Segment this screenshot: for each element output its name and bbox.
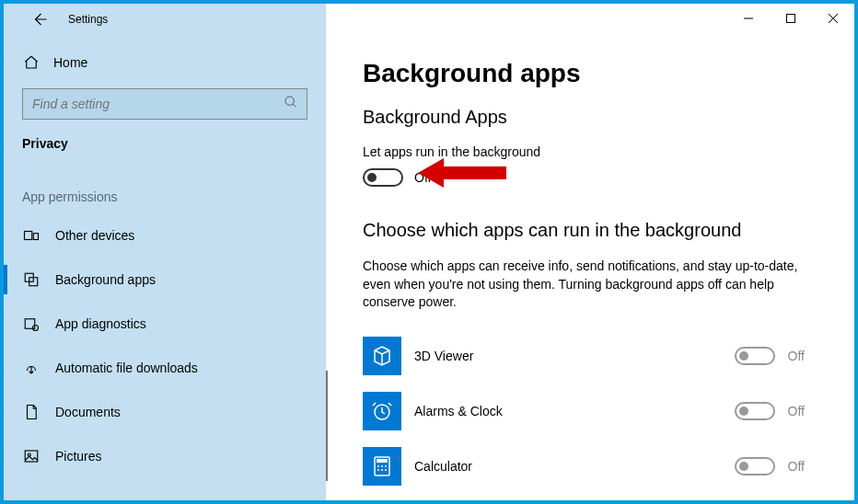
search-container: [22, 88, 307, 120]
3d-viewer-icon: [363, 337, 401, 375]
sidebar-item-label: Automatic file downloads: [55, 361, 198, 375]
section-title: Background Apps: [363, 107, 817, 128]
svg-point-23: [385, 469, 387, 471]
sidebar-item-label: Documents: [55, 405, 121, 419]
app-name: Calculator: [414, 459, 722, 474]
svg-rect-12: [25, 451, 38, 462]
svg-rect-17: [377, 459, 388, 463]
sidebar-item-label: App diagnostics: [55, 316, 146, 331]
svg-rect-7: [33, 234, 38, 240]
svg-point-11: [33, 326, 39, 331]
app-toggle[interactable]: [735, 402, 775, 420]
sidebar: Home Privacy App permissions Other devic…: [4, 35, 326, 500]
app-diagnostics-icon: [22, 315, 41, 332]
app-name: 3D Viewer: [414, 349, 722, 363]
app-toggle[interactable]: [735, 457, 775, 475]
sidebar-category: Privacy: [4, 132, 326, 171]
master-toggle-row: Off: [363, 168, 817, 187]
background-apps-icon: [22, 271, 41, 288]
apps-section-desc: Choose which apps can receive info, send…: [363, 258, 805, 312]
sidebar-item-other-devices[interactable]: Other devices: [4, 213, 326, 258]
search-input[interactable]: [22, 88, 307, 120]
picture-icon: [22, 448, 41, 464]
maximize-button[interactable]: [770, 4, 812, 33]
app-toggle-state: Off: [788, 404, 805, 418]
app-toggle[interactable]: [735, 347, 775, 365]
sidebar-item-label: Other devices: [55, 228, 134, 243]
titlebar: Settings: [4, 4, 854, 35]
sidebar-item-label: Pictures: [55, 449, 102, 464]
other-devices-icon: [22, 227, 41, 244]
sidebar-item-pictures[interactable]: Pictures: [4, 434, 326, 478]
svg-point-19: [381, 465, 383, 467]
app-toggle-state: Off: [788, 459, 805, 474]
home-icon: [22, 54, 41, 71]
download-icon: [22, 360, 41, 376]
apps-section-title: Choose which apps can run in the backgro…: [363, 220, 817, 241]
svg-point-21: [377, 469, 379, 471]
sidebar-item-label: Background apps: [55, 272, 156, 287]
group-label: App permissions: [4, 171, 326, 213]
annotation-arrow: [418, 155, 510, 191]
scrollbar-hint[interactable]: [326, 371, 328, 481]
app-row: Alarms & Clock Off: [363, 387, 805, 435]
master-toggle[interactable]: [363, 168, 403, 187]
calculator-icon: [363, 447, 401, 486]
sidebar-item-auto-downloads[interactable]: Automatic file downloads: [4, 346, 326, 390]
svg-point-22: [381, 469, 383, 471]
search-icon: [284, 95, 298, 113]
sidebar-item-app-diagnostics[interactable]: App diagnostics: [4, 302, 326, 346]
app-toggle-state: Off: [788, 349, 805, 363]
alarms-clock-icon: [363, 392, 401, 430]
settings-window: Settings Home: [4, 4, 854, 500]
sidebar-item-background-apps[interactable]: Background apps: [4, 258, 326, 302]
main-panel: Background apps Background Apps Let apps…: [326, 35, 854, 500]
minimize-button[interactable]: [727, 4, 770, 33]
svg-point-4: [285, 97, 294, 105]
document-icon: [22, 404, 41, 420]
svg-line-5: [293, 104, 296, 107]
svg-rect-6: [25, 232, 32, 240]
close-button[interactable]: [812, 4, 854, 33]
app-row: Calculator Off: [363, 442, 805, 490]
svg-rect-1: [787, 15, 795, 23]
sidebar-item-documents[interactable]: Documents: [4, 390, 326, 434]
master-toggle-state: Off: [414, 170, 431, 185]
page-title: Background apps: [363, 59, 817, 88]
app-name: Alarms & Clock: [414, 404, 722, 418]
back-button[interactable]: [26, 6, 53, 33]
master-toggle-label: Let apps run in the background: [363, 144, 817, 159]
home-nav[interactable]: Home: [4, 44, 326, 81]
home-label: Home: [53, 55, 87, 70]
app-row: 3D Viewer Off: [363, 332, 805, 380]
svg-point-20: [385, 465, 387, 467]
svg-point-18: [377, 465, 379, 467]
window-title: Settings: [68, 13, 108, 26]
